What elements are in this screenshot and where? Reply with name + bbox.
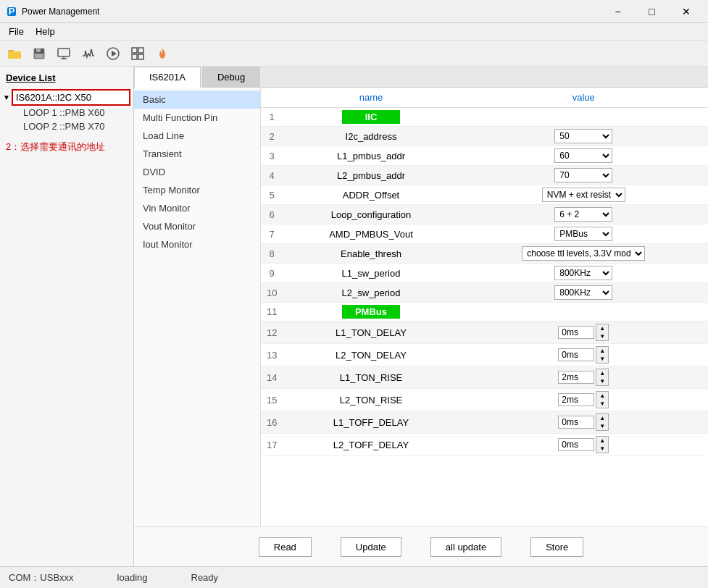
loop2-item[interactable]: LOOP 2 ::PMB X70 <box>17 119 130 133</box>
status-loading: loading <box>117 572 148 583</box>
tree-toggle[interactable]: ▼ <box>3 93 10 101</box>
row-value[interactable]: ▲▼ <box>459 344 709 366</box>
open-folder-button[interactable] <box>3 43 26 64</box>
row-value[interactable]: ▲▼ <box>459 411 709 434</box>
row-value[interactable]: 50 <box>459 127 709 146</box>
row-value[interactable]: 70 <box>459 166 709 185</box>
spinner-input[interactable] <box>558 438 594 451</box>
menu-mfp[interactable]: Multi Function Pin <box>134 109 260 127</box>
row-number: 11 <box>261 303 283 322</box>
row-number: 15 <box>261 389 283 411</box>
tab-is6201a[interactable]: IS6201A <box>134 67 201 88</box>
maximize-button[interactable]: □ <box>636 0 668 23</box>
row-name: L2_TON_DELAY <box>283 344 459 366</box>
spinner-up-button[interactable]: ▲ <box>596 414 608 422</box>
save-button[interactable] <box>28 43 51 64</box>
green-label: PMBus <box>342 305 400 319</box>
row-value[interactable]: NVM + ext resist <box>459 185 709 205</box>
update-button[interactable]: Update <box>341 537 401 557</box>
spinner-down-button[interactable]: ▼ <box>596 400 608 408</box>
row-name: L1_TOFF_DELAY <box>283 411 459 434</box>
value-select[interactable]: 6 + 2 <box>554 207 612 222</box>
value-select[interactable]: 50 <box>554 129 612 143</box>
loop1-item[interactable]: LOOP 1 ::PMB X60 <box>17 106 130 119</box>
menu-vout[interactable]: Vout Monitor <box>134 217 260 235</box>
row-value[interactable]: 800KHz <box>459 264 709 283</box>
store-button[interactable]: Store <box>530 537 583 557</box>
row-value[interactable]: 60 <box>459 146 709 166</box>
tree-children: LOOP 1 ::PMB X60 LOOP 2 ::PMB X70 <box>3 106 130 133</box>
value-select[interactable]: 800KHz <box>554 285 612 300</box>
value-select[interactable]: 800KHz <box>554 266 612 280</box>
spinner-up-button[interactable]: ▲ <box>596 369 608 377</box>
table-row: 14L1_TON_RISE▲▼ <box>261 366 708 389</box>
value-select[interactable]: PMBus <box>554 227 612 241</box>
table-row: 4L2_pmbus_addr70 <box>261 166 708 185</box>
close-button[interactable]: ✕ <box>670 0 702 23</box>
spinner-input[interactable] <box>558 348 594 361</box>
table-row: 17L2_TOFF_DELAY▲▼ <box>261 434 708 456</box>
row-name: L1_TON_RISE <box>283 366 459 389</box>
fire-button[interactable] <box>151 43 174 64</box>
spinner-input[interactable] <box>558 416 594 429</box>
value-select[interactable]: NVM + ext resist <box>542 188 625 202</box>
row-number: 5 <box>261 185 283 205</box>
content-area: IS6201A Debug Basic Multi Function Pin L… <box>134 67 708 566</box>
spinner-down-button[interactable]: ▼ <box>596 445 608 453</box>
menu-basic[interactable]: Basic <box>134 91 260 109</box>
device-item[interactable]: IS6201A::I2C X50 <box>12 89 130 106</box>
menu-dvid[interactable]: DVID <box>134 163 260 181</box>
spinner-input[interactable] <box>558 371 594 384</box>
titlebar: P Power Management − □ ✕ <box>0 0 708 23</box>
spinner-input[interactable] <box>558 326 594 339</box>
value-select[interactable]: 70 <box>554 168 612 182</box>
menu-temp[interactable]: Temp Monitor <box>134 181 260 199</box>
spinner-down-button[interactable]: ▼ <box>596 422 608 430</box>
sidebar: Device List ▼ IS6201A::I2C X50 LOOP 1 ::… <box>0 67 134 566</box>
status-com: COM：USBxxx <box>9 571 74 584</box>
row-value[interactable]: 6 + 2 <box>459 205 709 224</box>
table-row: 13L2_TON_DELAY▲▼ <box>261 344 708 366</box>
menu-loadline[interactable]: Load Line <box>134 127 260 145</box>
row-value[interactable]: 800KHz <box>459 283 709 303</box>
spinner-down-button[interactable]: ▼ <box>596 355 608 363</box>
svg-rect-16 <box>138 54 143 59</box>
menu-vin[interactable]: Vin Monitor <box>134 199 260 217</box>
grid-button[interactable] <box>126 43 149 64</box>
menu-transient[interactable]: Transient <box>134 145 260 163</box>
row-value[interactable]: ▲▼ <box>459 366 709 389</box>
sidebar-hint: 2：选择需要通讯的地址 <box>0 136 133 158</box>
content-body: Basic Multi Function Pin Load Line Trans… <box>134 88 708 526</box>
row-value[interactable]: PMBus <box>459 224 709 244</box>
spinner-down-button[interactable]: ▼ <box>596 332 608 340</box>
monitor-button[interactable] <box>52 43 75 64</box>
play-button[interactable] <box>101 43 125 64</box>
menu-help[interactable]: Help <box>30 25 61 38</box>
row-value[interactable]: ▲▼ <box>459 389 709 411</box>
value-select[interactable]: 60 <box>554 148 612 163</box>
row-value[interactable]: ▲▼ <box>459 434 709 456</box>
read-button[interactable]: Read <box>259 537 312 557</box>
menubar: File Help <box>0 23 708 41</box>
row-name: PMBus <box>283 303 459 322</box>
menu-file[interactable]: File <box>3 25 30 38</box>
row-value[interactable]: ▲▼ <box>459 322 709 344</box>
row-name: L1_sw_period <box>283 264 459 283</box>
spinner-down-button[interactable]: ▼ <box>596 377 608 385</box>
spinner-up-button[interactable]: ▲ <box>596 347 608 355</box>
row-value[interactable]: choose ttl levels, 3.3V mod <box>459 244 709 264</box>
waveform-icon <box>82 47 95 60</box>
minimize-button[interactable]: − <box>601 0 634 23</box>
col-value: value <box>459 88 709 108</box>
spinner-input[interactable] <box>558 393 594 406</box>
col-num <box>261 88 283 108</box>
all-update-button[interactable]: all update <box>430 537 501 557</box>
value-select[interactable]: choose ttl levels, 3.3V mod <box>522 246 645 261</box>
spinner-up-button[interactable]: ▲ <box>596 392 608 400</box>
spinner-up-button[interactable]: ▲ <box>596 324 608 332</box>
tab-debug[interactable]: Debug <box>202 67 260 87</box>
waveform-button[interactable] <box>77 43 100 64</box>
row-name: I2c_address <box>283 127 459 146</box>
menu-iout[interactable]: Iout Monitor <box>134 235 260 253</box>
spinner-up-button[interactable]: ▲ <box>596 437 608 445</box>
